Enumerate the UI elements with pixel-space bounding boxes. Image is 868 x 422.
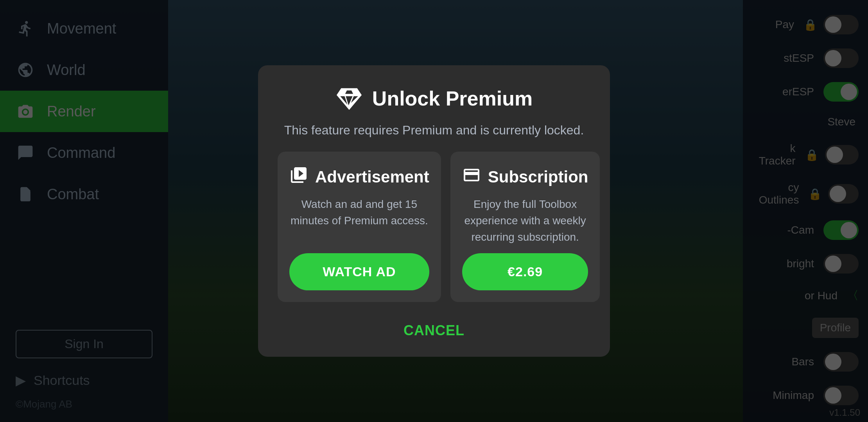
subscription-card-title: Subscription (488, 168, 588, 186)
ad-card-title: Advertisement (315, 168, 429, 186)
modal-header: Unlock Premium (335, 85, 533, 112)
advertisement-card: Advertisement Watch an ad and get 15 min… (278, 152, 441, 302)
ad-icon (289, 166, 308, 188)
subscription-icon (462, 166, 481, 188)
sub-card-header: Subscription (462, 166, 588, 188)
subscription-card: Subscription Enjoy the full Toolbox expe… (450, 152, 600, 302)
ad-card-header: Advertisement (289, 166, 429, 188)
subscribe-button[interactable]: €2.69 (462, 253, 588, 290)
modal-cards: Advertisement Watch an ad and get 15 min… (278, 152, 590, 302)
diamond-icon (335, 85, 363, 112)
modal-title: Unlock Premium (372, 87, 533, 110)
cancel-button[interactable]: CANCEL (380, 316, 488, 345)
unlock-premium-modal: Unlock Premium This feature requires Pre… (258, 65, 610, 357)
ad-card-description: Watch an ad and get 15 minutes of Premiu… (289, 196, 429, 245)
subscription-card-description: Enjoy the full Toolbox experience with a… (462, 196, 588, 245)
modal-subtitle: This feature requires Premium and is cur… (284, 123, 584, 138)
modal-overlay[interactable]: Unlock Premium This feature requires Pre… (0, 0, 868, 422)
watch-ad-button[interactable]: WATCH AD (289, 253, 429, 290)
